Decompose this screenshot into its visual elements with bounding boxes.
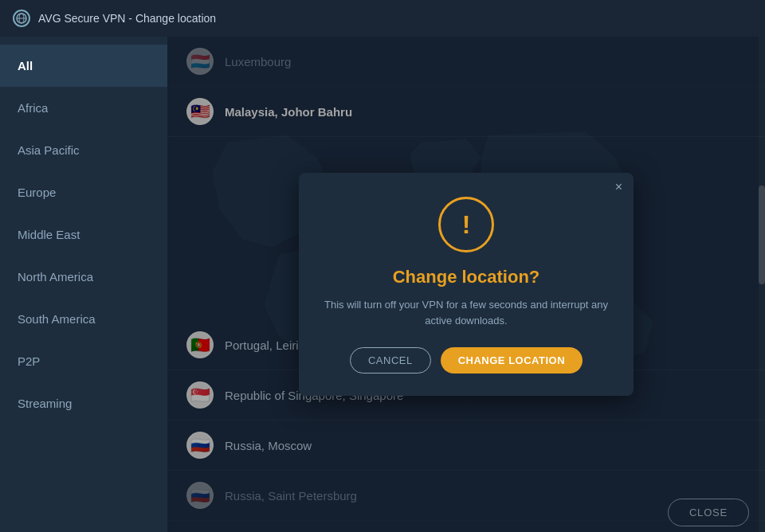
app-icon bbox=[13, 10, 30, 27]
cancel-button[interactable]: CANCEL bbox=[350, 347, 431, 374]
warning-icon-circle: ! bbox=[438, 197, 494, 252]
sidebar: All Africa Asia Pacific Europe Middle Ea… bbox=[0, 37, 167, 532]
change-location-modal: × ! Change location? This will turn off … bbox=[299, 173, 634, 396]
modal-buttons: CANCEL CHANGE LOCATION bbox=[324, 347, 608, 374]
sidebar-item-south-america[interactable]: South America bbox=[0, 298, 167, 340]
sidebar-item-streaming[interactable]: Streaming bbox=[0, 382, 167, 424]
exclamation-icon: ! bbox=[462, 210, 471, 240]
change-location-button[interactable]: CHANGE LOCATION bbox=[441, 347, 583, 374]
modal-title: Change location? bbox=[324, 267, 608, 288]
app-title: AVG Secure VPN - Change location bbox=[38, 12, 216, 25]
sidebar-item-asia-pacific[interactable]: Asia Pacific bbox=[0, 129, 167, 171]
sidebar-item-north-america[interactable]: North America bbox=[0, 256, 167, 298]
modal-overlay: × ! Change location? This will turn off … bbox=[167, 37, 765, 532]
sidebar-item-europe[interactable]: Europe bbox=[0, 171, 167, 213]
modal-description: This will turn off your VPN for a few se… bbox=[324, 297, 608, 328]
modal-close-button[interactable]: × bbox=[615, 181, 622, 194]
main-container: All Africa Asia Pacific Europe Middle Ea… bbox=[0, 37, 765, 532]
sidebar-item-all[interactable]: All bbox=[0, 45, 167, 87]
sidebar-item-africa[interactable]: Africa bbox=[0, 87, 167, 129]
sidebar-item-middle-east[interactable]: Middle East bbox=[0, 213, 167, 256]
title-bar: AVG Secure VPN - Change location bbox=[0, 0, 765, 37]
content-area: 🇱🇺 Luxembourg 🇲🇾 Malaysia, Johor Bahru 🇵… bbox=[167, 37, 765, 532]
sidebar-item-p2p[interactable]: P2P bbox=[0, 340, 167, 382]
